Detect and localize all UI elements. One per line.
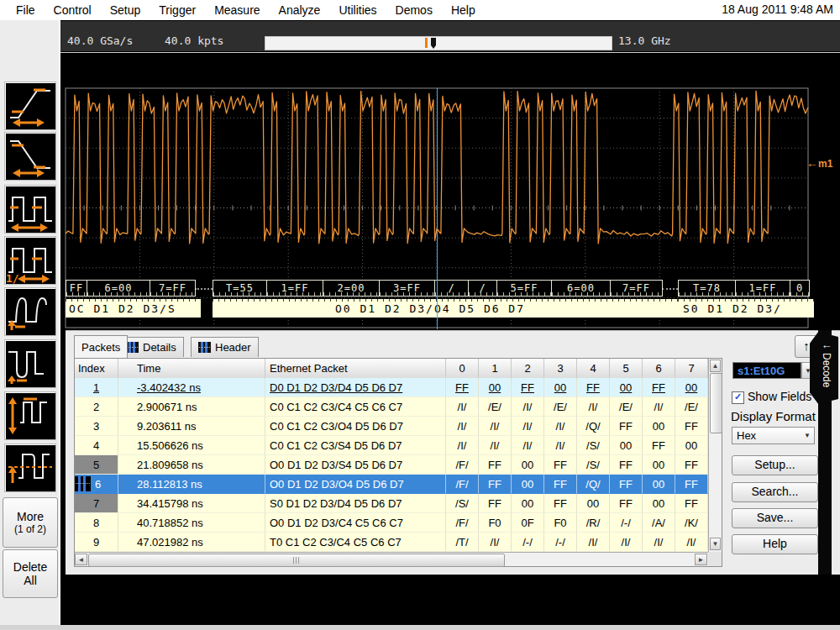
cell-byte-3[interactable]: /E/ <box>544 397 577 417</box>
cell-byte-0[interactable]: FF <box>446 378 479 397</box>
cell-byte-6[interactable]: 00 <box>643 475 675 494</box>
cell-byte-0[interactable]: /I/ <box>446 397 479 417</box>
cell-byte-6[interactable]: 00 <box>643 455 675 475</box>
table-row-5[interactable]: 521.809658 nsO0 D1 D2 D3/S4 D5 D6 D7/F/F… <box>75 455 708 475</box>
table-row-6[interactable]: 628.112813 nsO0 D1 D2 D3/O4 D5 D6 D7/F/F… <box>75 475 708 494</box>
cell-byte-1[interactable]: F0 <box>479 513 512 533</box>
menu-item-measure[interactable]: Measure <box>205 2 269 18</box>
cell-time[interactable]: 34.415798 ns <box>118 494 265 513</box>
decode-source-select[interactable]: s1:Et10G <box>732 362 801 379</box>
cell-packet[interactable]: C0 C1 C2 C3/O4 D5 D6 D7 <box>265 417 446 436</box>
column-header-5[interactable]: 5 <box>610 359 643 378</box>
cell-byte-1[interactable]: /I/ <box>479 436 512 455</box>
cell-byte-0[interactable]: /F/ <box>446 513 479 533</box>
cell-byte-0[interactable]: /S/ <box>446 494 479 513</box>
setup-button[interactable]: Setup... <box>732 455 818 475</box>
cell-byte-6[interactable]: 00 <box>643 494 675 513</box>
cell-index[interactable]: 4 <box>75 436 118 455</box>
cell-byte-4[interactable]: /I/ <box>577 533 610 552</box>
horizontal-scrollbar[interactable]: ◄ ► <box>75 552 708 566</box>
cell-byte-3[interactable]: 00 <box>544 378 577 397</box>
column-header-3[interactable]: 3 <box>544 359 577 378</box>
cell-byte-4[interactable]: FF <box>577 378 610 397</box>
display-format-select[interactable]: Hex ▼ <box>732 427 815 444</box>
column-header-time[interactable]: Time <box>118 359 265 378</box>
rise-time-icon[interactable] <box>4 81 56 130</box>
cell-byte-5[interactable]: /-/ <box>610 513 643 533</box>
fall-time-icon[interactable] <box>4 132 56 181</box>
cell-time[interactable]: 47.021982 ns <box>118 533 265 552</box>
tab-header[interactable]: Header <box>191 337 259 357</box>
cell-index[interactable]: 8 <box>75 513 118 533</box>
cell-byte-7[interactable]: 00 <box>675 378 708 397</box>
cell-byte-1[interactable]: /I/ <box>479 417 512 436</box>
cell-byte-6[interactable]: /I/ <box>643 533 675 552</box>
cell-time[interactable]: 21.809658 ns <box>118 455 265 475</box>
period-icon[interactable] <box>4 185 56 234</box>
column-header-2[interactable]: 2 <box>512 359 544 378</box>
cell-byte-0[interactable]: /F/ <box>446 455 479 475</box>
cell-byte-3[interactable]: F0 <box>544 513 577 533</box>
scroll-down-icon[interactable]: ▼ <box>710 538 721 550</box>
cell-byte-5[interactable]: FF <box>610 417 643 436</box>
peak-peak-icon[interactable] <box>4 391 56 440</box>
column-header-4[interactable]: 4 <box>577 359 610 378</box>
cell-packet[interactable]: S0 D1 D2 D3/D4 D5 D6 D7 <box>265 494 446 513</box>
cell-byte-0[interactable]: /I/ <box>446 436 479 455</box>
cell-byte-7[interactable]: FF <box>675 455 708 475</box>
cell-byte-7[interactable]: FF <box>675 475 708 494</box>
frequency-icon[interactable]: 1/ <box>4 236 56 285</box>
cell-byte-3[interactable]: /I/ <box>544 417 577 436</box>
cell-time[interactable]: 9.203611 ns <box>118 417 265 436</box>
cell-byte-2[interactable]: 0F <box>512 513 544 533</box>
cell-byte-5[interactable]: FF <box>610 475 643 494</box>
vertical-scroll-thumb[interactable] <box>710 373 722 433</box>
horizontal-scroll-thumb[interactable] <box>88 554 505 567</box>
cell-byte-4[interactable]: /Q/ <box>577 475 610 494</box>
cell-byte-1[interactable]: FF <box>479 455 512 475</box>
more-button[interactable]: More (1 of 2) <box>3 497 58 548</box>
cell-byte-6[interactable]: /A/ <box>643 513 675 533</box>
table-row-9[interactable]: 947.021982 nsT0 C1 C2 C3/C4 C5 C6 C7/T//… <box>75 533 708 552</box>
vertical-scrollbar[interactable]: ▲ ▼ <box>708 359 722 552</box>
cell-packet[interactable]: O0 D1 D2 D3/C4 C5 C6 C7 <box>265 513 446 533</box>
cell-packet[interactable]: C0 C1 C2 C3/S4 D5 D6 D7 <box>265 436 446 455</box>
menu-item-setup[interactable]: Setup <box>101 2 150 18</box>
column-header-1[interactable]: 1 <box>479 359 512 378</box>
table-row-1[interactable]: 1-3.402432 nsD0 D1 D2 D3/D4 D5 D6 D7FF00… <box>75 378 708 397</box>
cell-byte-2[interactable]: 00 <box>512 455 544 475</box>
cell-packet[interactable]: T0 C1 C2 C3/C4 C5 C6 C7 <box>265 533 446 552</box>
cell-byte-6[interactable]: FF <box>643 378 675 397</box>
average-icon[interactable] <box>4 444 56 492</box>
cell-byte-6[interactable]: /I/ <box>643 397 675 417</box>
cell-byte-7[interactable]: /E/ <box>675 397 708 417</box>
cell-byte-2[interactable]: /I/ <box>512 397 544 417</box>
cell-byte-4[interactable]: /S/ <box>577 436 610 455</box>
slider-cursor-icon[interactable] <box>431 38 436 49</box>
scroll-up-icon[interactable]: ▲ <box>710 360 721 372</box>
table-row-7[interactable]: 734.415798 nsS0 D1 D2 D3/D4 D5 D6 D7/S/F… <box>75 494 708 513</box>
cell-byte-4[interactable]: /R/ <box>577 513 610 533</box>
decode-panel-tab[interactable]: ← Decode <box>810 332 838 404</box>
cell-time[interactable]: 15.506626 ns <box>118 436 265 455</box>
cell-byte-2[interactable]: /I/ <box>512 436 544 455</box>
cell-byte-3[interactable]: FF <box>544 494 577 513</box>
cell-byte-2[interactable]: 00 <box>512 494 544 513</box>
cell-byte-5[interactable]: /E/ <box>610 397 643 417</box>
cell-byte-6[interactable]: FF <box>643 436 675 455</box>
cell-index[interactable]: 9 <box>75 533 118 552</box>
cell-index[interactable]: 5 <box>75 455 118 475</box>
table-row-4[interactable]: 415.506626 nsC0 C1 C2 C3/S4 D5 D6 D7/I//… <box>75 436 708 455</box>
cell-byte-6[interactable]: 00 <box>643 417 675 436</box>
table-row-3[interactable]: 39.203611 nsC0 C1 C2 C3/O4 D5 D6 D7/I//I… <box>75 417 708 436</box>
cell-byte-1[interactable]: 00 <box>479 378 512 397</box>
timebase-cursor-line[interactable] <box>437 88 438 329</box>
cell-byte-3[interactable]: /I/ <box>544 436 577 455</box>
cell-byte-1[interactable]: /E/ <box>479 397 512 417</box>
cell-byte-1[interactable]: FF <box>479 494 512 513</box>
cell-index[interactable]: 2 <box>75 397 118 417</box>
cell-byte-0[interactable]: /F/ <box>446 475 479 494</box>
table-row-8[interactable]: 840.718852 nsO0 D1 D2 D3/C4 C5 C6 C7/F/F… <box>75 513 708 533</box>
cell-byte-7[interactable]: /K/ <box>675 513 708 533</box>
cell-time[interactable]: -3.402432 ns <box>118 378 265 397</box>
